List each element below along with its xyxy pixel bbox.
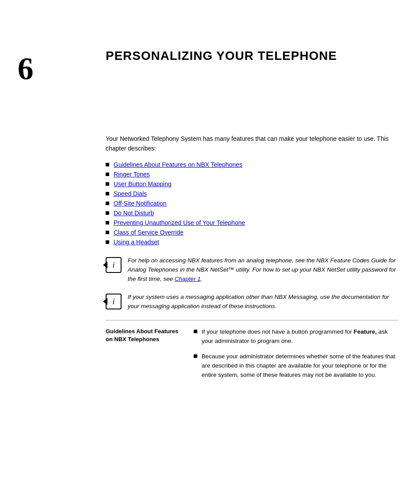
toc-link-user-button[interactable]: User Button Mapping: [114, 180, 172, 188]
toc-link-ringer[interactable]: Ringer Tones: [114, 171, 150, 178]
guidelines-list: If your telephone does not have a button…: [194, 327, 398, 380]
chapter-title: Personalizing Your Telephone: [106, 48, 398, 63]
chapter1-link[interactable]: Chapter 1: [175, 276, 201, 282]
bullet-icon: [106, 240, 109, 244]
bullet-icon: [106, 211, 109, 215]
list-item: Do Not Disturb: [106, 210, 398, 217]
bullet-icon: [194, 330, 197, 333]
intro-paragraph: Your Networked Telephony System has many…: [106, 134, 398, 154]
toc-link-guidelines[interactable]: Guidelines About Features on NBX Telepho…: [114, 161, 242, 168]
chapter-number: 6: [18, 53, 97, 85]
bottom-section: Guidelines About Features on NBX Telepho…: [106, 320, 398, 386]
bullet-icon: [106, 231, 109, 234]
list-item: Preventing Unauthorized Use of Your Tele…: [106, 219, 398, 226]
toc-link-offsite[interactable]: Off-Site Notification: [114, 200, 166, 207]
bullet-icon: [106, 182, 109, 186]
guideline-item-1: If your telephone does not have a button…: [202, 327, 398, 346]
note-text-1: For help on accessing NBX features from …: [128, 256, 398, 284]
list-item: Because your administrator determines wh…: [194, 352, 398, 380]
list-item: Guidelines About Features on NBX Telepho…: [106, 161, 398, 168]
bullet-icon: [106, 202, 109, 205]
toc-link-cos[interactable]: Class of Service Override: [114, 229, 184, 236]
note-box-1: i For help on accessing NBX features fro…: [106, 256, 398, 284]
toc-link-headset[interactable]: Using a Headset: [114, 239, 159, 246]
list-item: Class of Service Override: [106, 229, 398, 236]
info-icon-1: i: [106, 257, 122, 273]
note-box-2: i If your system uses a messaging applic…: [106, 293, 398, 311]
bullet-icon: [106, 221, 109, 224]
bullet-icon: [106, 173, 109, 176]
left-margin: 6: [0, 0, 97, 504]
info-icon-2: i: [106, 294, 122, 309]
list-item: Ringer Tones: [106, 171, 398, 178]
bullet-icon: [106, 163, 109, 166]
list-item: Speed Dials: [106, 190, 398, 197]
list-item: Off-Site Notification: [106, 200, 398, 207]
toc-list: Guidelines About Features on NBX Telepho…: [106, 161, 398, 246]
bullet-icon: [194, 354, 197, 358]
list-item: If your telephone does not have a button…: [194, 327, 398, 346]
list-item: Using a Headset: [106, 239, 398, 246]
guidelines-section-title: Guidelines About Features on NBX Telepho…: [106, 328, 178, 342]
main-content: Personalizing Your Telephone Your Networ…: [97, 0, 420, 504]
bullet-icon: [106, 192, 109, 195]
toc-link-preventing[interactable]: Preventing Unauthorized Use of Your Tele…: [114, 219, 245, 226]
chapter-title-text: Personalizing Your Telephone: [106, 49, 337, 63]
page: 6 Personalizing Your Telephone Your Netw…: [0, 0, 420, 504]
list-item: User Button Mapping: [106, 180, 398, 188]
guideline-item-2: Because your administrator determines wh…: [202, 352, 398, 380]
toc-link-dnd[interactable]: Do Not Disturb: [114, 210, 154, 217]
toc-link-speed-dials[interactable]: Speed Dials: [114, 190, 147, 197]
bottom-right-content: If your telephone does not have a button…: [194, 327, 398, 386]
bottom-left-label: Guidelines About Features on NBX Telepho…: [106, 327, 185, 386]
note-text-2: If your system uses a messaging applicat…: [128, 293, 398, 311]
